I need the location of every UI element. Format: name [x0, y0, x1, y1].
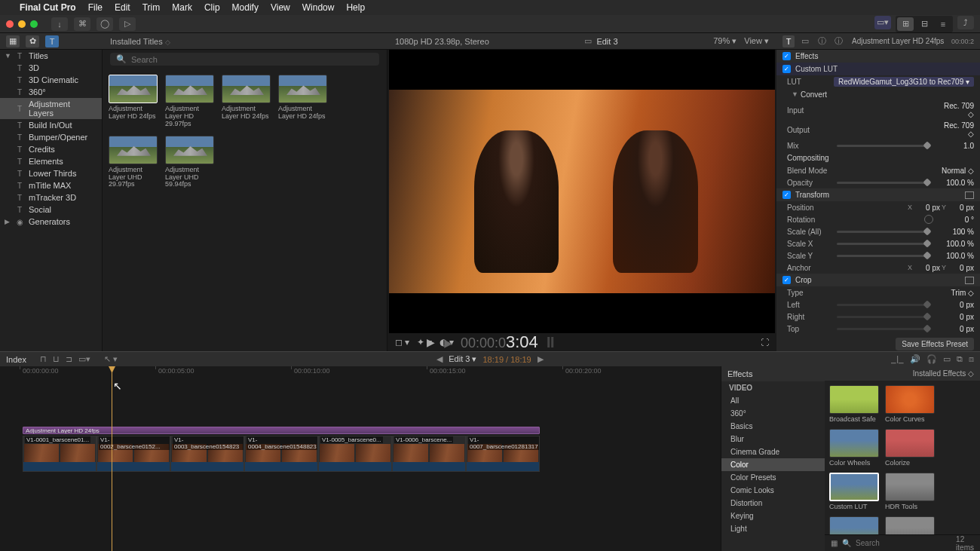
layout-b[interactable]: ⊟: [916, 17, 933, 31]
arrow-button[interactable]: ▷: [119, 17, 136, 31]
keyword-button[interactable]: ⌘: [74, 17, 90, 31]
transform-checkbox[interactable]: ✓: [782, 191, 791, 199]
audio-skimming-icon[interactable]: 🔊: [910, 354, 920, 364]
sidebar-item-elements[interactable]: TElements: [0, 155, 102, 167]
anchor-x[interactable]: 0 px: [914, 264, 940, 272]
browser-search-input[interactable]: [131, 55, 373, 64]
output-value[interactable]: Rec. 709 ◇: [936, 121, 974, 138]
titles-icon[interactable]: T: [45, 35, 59, 47]
inspector-tab-video[interactable]: ▭: [799, 35, 811, 47]
sidebar-item-bumper-opener[interactable]: TBumper/Opener: [0, 131, 102, 143]
convert-header[interactable]: ▼Convert: [776, 88, 980, 100]
crop-header[interactable]: ✓Crop: [776, 274, 980, 286]
scale-x-value[interactable]: 100.0 %: [936, 240, 974, 248]
inspector-tab-text[interactable]: T: [782, 35, 795, 47]
sidebar-item-credits[interactable]: TCredits: [0, 143, 102, 155]
scale-x-slider[interactable]: [837, 243, 930, 245]
effects-cat-light[interactable]: Light: [721, 522, 825, 535]
mix-value[interactable]: 1.0: [936, 142, 974, 150]
crop-left-slider[interactable]: [837, 304, 930, 306]
effects-scope-icon[interactable]: ▦: [831, 539, 838, 547]
timeline-fwd[interactable]: ▶: [537, 354, 544, 364]
effect-item[interactable]: Color Wheels: [829, 429, 879, 467]
browser-item[interactable]: Adjustment Layer UHD 59.94fps: [165, 136, 214, 189]
inspector-tab-info[interactable]: ⓘ: [816, 35, 828, 47]
crop-top-slider[interactable]: [837, 328, 930, 330]
scale-y-slider[interactable]: [837, 255, 930, 257]
effect-item[interactable]: HDR Tools: [885, 473, 935, 510]
input-value[interactable]: Rec. 709 ◇: [936, 102, 974, 118]
effects-search-input[interactable]: [856, 539, 951, 547]
playhead[interactable]: [112, 366, 112, 551]
rotation-dial[interactable]: [924, 215, 933, 224]
effects-cat-color-presets[interactable]: Color Presets: [721, 471, 825, 484]
effects-checkbox[interactable]: ✓: [782, 52, 791, 60]
maximize-window[interactable]: [30, 20, 38, 28]
opacity-slider[interactable]: [837, 182, 930, 184]
crop-type-value[interactable]: Trim ◇: [936, 289, 974, 297]
effect-item[interactable]: [829, 516, 879, 534]
browser-item[interactable]: Adjustment Layer HD 24fps: [222, 75, 271, 128]
scale-all-slider[interactable]: [837, 231, 930, 233]
overwrite-icon[interactable]: ▭▾: [78, 354, 90, 364]
trim-icon-2[interactable]: ⧈: [969, 354, 974, 364]
timecode[interactable]: ▶ 00:00:03:04: [444, 332, 538, 352]
app-name[interactable]: Final Cut Pro: [20, 2, 76, 13]
sidebar-item-mtitle-max[interactable]: TmTitle MAX: [0, 179, 102, 191]
view-menu[interactable]: View ▾: [744, 36, 769, 46]
solo-icon[interactable]: 🎧: [926, 354, 937, 364]
browser-item[interactable]: Adjustment Layer HD 29.97fps: [165, 75, 214, 128]
index-button[interactable]: Index: [6, 355, 26, 364]
rotation-value[interactable]: 0 °: [936, 216, 974, 224]
scale-all-value[interactable]: 100 %: [936, 228, 974, 236]
effects-cat-blur[interactable]: Blur: [721, 433, 825, 445]
pos-x[interactable]: 0 px: [914, 204, 940, 212]
effects-cat-distortion[interactable]: Distortion: [721, 497, 825, 510]
crop-onscreen-icon[interactable]: [965, 277, 974, 284]
timeline-back[interactable]: ◀: [436, 354, 443, 364]
skimming-icon[interactable]: ⎯|⎯: [891, 354, 904, 364]
effect-item[interactable]: Color Curves: [885, 385, 935, 423]
browser-item[interactable]: Adjustment Layer HD 24fps: [278, 75, 327, 128]
effects-cat-basics[interactable]: Basics: [721, 420, 825, 433]
browser-item[interactable]: Adjustment Layer UHD 29.97fps: [109, 136, 158, 189]
video-clip[interactable]: V1-0002_barscene0152...: [96, 436, 170, 472]
crop-top-value[interactable]: 0 px: [936, 325, 974, 333]
sidebar-item-social[interactable]: TSocial: [0, 204, 102, 216]
crop-right-slider[interactable]: [837, 316, 930, 318]
effects-cat-comic-looks[interactable]: Comic Looks: [721, 484, 825, 497]
menu-trim[interactable]: Trim: [142, 2, 161, 13]
append-icon[interactable]: ⊐: [66, 354, 72, 364]
sidebar-item-mtracker-3d[interactable]: TmTracker 3D: [0, 191, 102, 204]
import-button[interactable]: ↓: [51, 17, 68, 31]
blend-value[interactable]: Normal ◇: [936, 167, 974, 175]
clip-skimming-icon[interactable]: ▭: [584, 36, 592, 46]
library-icon[interactable]: ▦: [6, 35, 20, 47]
lut-select[interactable]: RedWideGamut_Log3G10 to Rec709▾: [834, 77, 974, 87]
compositing-header[interactable]: Compositing: [776, 152, 980, 164]
effects-cat-color[interactable]: Color: [721, 458, 825, 471]
sidebar-item-adjustment-layers[interactable]: TAdjustment Layers: [0, 98, 102, 119]
save-effects-preset-button[interactable]: Save Effects Preset: [896, 338, 974, 350]
background-tasks-button[interactable]: ◯: [96, 17, 113, 31]
inspector-effects-header[interactable]: ✓ Effects: [776, 50, 980, 63]
pos-y[interactable]: 0 px: [948, 204, 974, 212]
inspector-customlut-header[interactable]: ✓ Custom LUT: [776, 63, 980, 75]
browser-search[interactable]: 🔍: [110, 53, 379, 66]
layout-c[interactable]: ≡: [935, 17, 951, 31]
browser-item[interactable]: Adjustment Layer HD 24fps: [109, 75, 158, 128]
menu-edit[interactable]: Edit: [115, 2, 130, 13]
menu-window[interactable]: Window: [302, 2, 335, 13]
video-clip[interactable]: V1-0004_barscene01548823: [244, 436, 318, 472]
zoom-level[interactable]: 79% ▾: [713, 36, 737, 46]
effects-cat-keying[interactable]: Keying: [721, 510, 825, 522]
minimize-window[interactable]: [18, 20, 26, 28]
video-clip[interactable]: V1-0006_barscene...: [392, 436, 466, 472]
crop-checkbox[interactable]: ✓: [782, 276, 791, 284]
effects-cat-cinema-grade[interactable]: Cinema Grade: [721, 445, 825, 458]
browser-title[interactable]: Installed Titles: [110, 37, 163, 46]
snapping-icon[interactable]: ▭: [943, 354, 951, 364]
mix-slider[interactable]: [837, 145, 930, 147]
transform-header[interactable]: ✓Transform: [776, 188, 980, 201]
sidebar-item-3d-cinematic[interactable]: T3D Cinematic: [0, 74, 102, 86]
